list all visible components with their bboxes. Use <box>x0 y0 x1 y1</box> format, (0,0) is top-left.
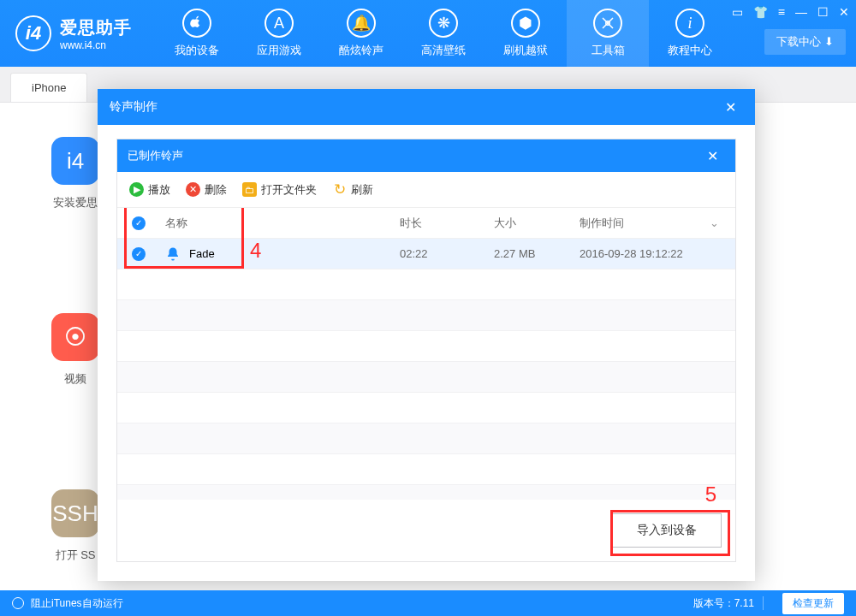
app-logo: i4 爱思助手 www.i4.cn <box>15 15 132 51</box>
open-folder-button[interactable]: 🗀打开文件夹 <box>242 182 317 198</box>
app-url: www.i4.cn <box>60 39 132 51</box>
check-update-button[interactable]: 检查更新 <box>782 593 844 614</box>
nav-label: 教程中心 <box>668 43 712 58</box>
row-checkbox[interactable]: ✓ <box>132 247 146 261</box>
play-icon: ▶ <box>129 182 144 197</box>
divider <box>763 596 764 610</box>
tool-item[interactable]: ⦿视频 <box>51 313 99 387</box>
ringtone-maker-dialog: 铃声制作 ✕ 已制作铃声 ✕ ▶播放 ✕删除 🗀打开文件夹 ↻刷新 ✓ 名称 时… <box>98 89 755 581</box>
ringtone-toolbar: ▶播放 ✕删除 🗀打开文件夹 ↻刷新 <box>117 172 735 208</box>
nav-tutorials[interactable]: i教程中心 <box>649 0 731 67</box>
col-created[interactable]: 制作时间 <box>580 216 710 231</box>
nav-label: 我的设备 <box>175 43 219 58</box>
tool-icon: i4 <box>51 137 99 185</box>
list-row <box>117 485 735 500</box>
row-duration: 02:22 <box>400 247 494 260</box>
inner-title: 已制作铃声 <box>128 148 183 163</box>
version-label: 版本号： <box>693 596 734 611</box>
refresh-icon: ↻ <box>332 182 347 197</box>
nav-label: 刷机越狱 <box>503 43 548 58</box>
ringtone-icon <box>165 246 181 262</box>
app-name: 爱思助手 <box>60 16 132 39</box>
tool-label: 安装爱思 <box>53 195 98 210</box>
status-bar: 阻止iTunes自动运行 版本号： 7.11 检查更新 <box>0 590 856 616</box>
logo-badge-icon: i4 <box>15 15 51 51</box>
dialog-footer: 导入到设备 5 <box>117 500 735 561</box>
download-center-button[interactable]: 下载中心 ⬇ <box>764 29 846 55</box>
dialog-title: 铃声制作 <box>110 99 158 115</box>
box-icon: ⬢ <box>511 9 540 38</box>
version-value: 7.11 <box>734 597 754 609</box>
bell-icon: 🔔 <box>347 9 376 38</box>
flower-icon: ❋ <box>429 9 458 38</box>
list-row <box>117 362 735 393</box>
apple-icon <box>182 9 211 38</box>
nav-my-device[interactable]: 我的设备 <box>156 0 238 67</box>
row-size: 2.27 MB <box>494 247 580 260</box>
col-duration[interactable]: 时长 <box>400 216 494 231</box>
tab-iphone[interactable]: iPhone <box>10 73 87 102</box>
nav-wallpapers[interactable]: ❋高清壁纸 <box>402 0 484 67</box>
nav-jailbreak[interactable]: ⬢刷机越狱 <box>484 0 567 67</box>
refresh-button[interactable]: ↻刷新 <box>332 182 373 198</box>
skin-icon[interactable]: 👕 <box>753 5 768 19</box>
import-to-device-button[interactable]: 导入到设备 <box>612 513 722 548</box>
close-icon[interactable]: ✕ <box>839 5 849 19</box>
tool-label: 打开 SS <box>56 548 96 563</box>
select-all-checkbox[interactable]: ✓ <box>132 216 146 230</box>
made-ringtones-panel: 已制作铃声 ✕ ▶播放 ✕删除 🗀打开文件夹 ↻刷新 ✓ 名称 时长 大小 制作… <box>116 139 736 562</box>
delete-icon: ✕ <box>186 182 200 197</box>
nav-label: 工具箱 <box>591 43 625 58</box>
list-header: ✓ 名称 时长 大小 制作时间 ⌄ <box>117 208 735 239</box>
delete-button[interactable]: ✕删除 <box>186 182 227 198</box>
tool-label: 视频 <box>64 371 86 387</box>
itunes-block-toggle[interactable]: 阻止iTunes自动运行 <box>12 596 123 611</box>
nav-toolbox[interactable]: 工具箱 <box>567 0 649 67</box>
feedback-icon[interactable]: ▭ <box>732 5 743 19</box>
appstore-icon: A <box>265 9 294 38</box>
nav-apps[interactable]: A应用游戏 <box>238 0 320 67</box>
list-row[interactable]: ✓ Fade 02:22 2.27 MB 2016-09-28 19:12:22 <box>117 239 735 270</box>
row-name: Fade <box>189 247 215 260</box>
info-icon: i <box>675 9 704 38</box>
inner-close-button[interactable]: ✕ <box>700 145 725 168</box>
dialog-close-button[interactable]: ✕ <box>718 96 743 119</box>
dialog-titlebar: 铃声制作 ✕ <box>98 89 755 125</box>
tool-item[interactable]: i4安装爱思 <box>51 137 99 210</box>
window-controls: ▭ 👕 ≡ — ☐ ✕ <box>732 5 849 19</box>
col-name[interactable]: 名称 <box>160 216 400 231</box>
list-row <box>117 454 735 485</box>
app-header: i4 爱思助手 www.i4.cn 我的设备 A应用游戏 🔔酷炫铃声 ❋高清壁纸… <box>0 0 856 67</box>
inner-titlebar: 已制作铃声 ✕ <box>117 139 735 172</box>
nav-label: 高清壁纸 <box>421 43 466 58</box>
maximize-icon[interactable]: ☐ <box>817 5 829 19</box>
ssh-icon: SSH <box>51 489 99 537</box>
nav-label: 应用游戏 <box>257 43 301 58</box>
folder-icon: 🗀 <box>242 182 257 197</box>
list-row <box>117 331 735 362</box>
row-created: 2016-09-28 19:12:22 <box>580 247 710 260</box>
top-nav: 我的设备 A应用游戏 🔔酷炫铃声 ❋高清壁纸 ⬢刷机越狱 工具箱 i教程中心 <box>156 0 731 67</box>
sort-indicator-icon[interactable]: ⌄ <box>710 216 735 229</box>
tool-item[interactable]: SSH打开 SS <box>51 489 99 563</box>
list-row <box>117 270 735 300</box>
toggle-icon <box>12 597 24 609</box>
list-row <box>117 393 735 424</box>
nav-label: 酷炫铃声 <box>339 43 383 58</box>
nav-ringtones[interactable]: 🔔酷炫铃声 <box>320 0 402 67</box>
video-icon: ⦿ <box>51 313 99 361</box>
play-button[interactable]: ▶播放 <box>129 182 170 198</box>
minimize-icon[interactable]: — <box>795 5 807 19</box>
tools-icon <box>593 9 622 38</box>
list-row <box>117 424 735 454</box>
ringtone-list: ✓ 名称 时长 大小 制作时间 ⌄ ✓ Fade 02:22 2.27 MB 2… <box>117 208 735 500</box>
menu-icon[interactable]: ≡ <box>778 5 785 19</box>
col-size[interactable]: 大小 <box>494 216 580 231</box>
list-row <box>117 300 735 331</box>
